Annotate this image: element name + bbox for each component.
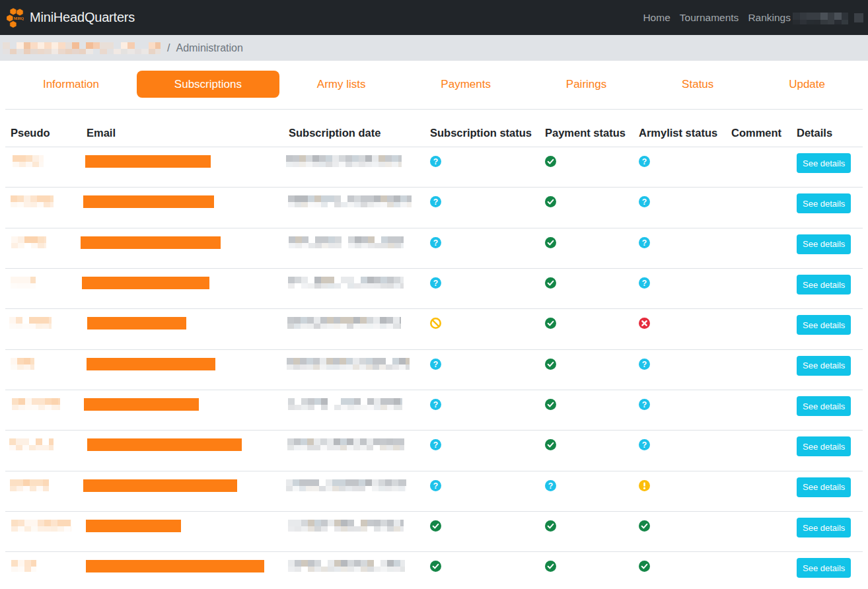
cell-comment [726, 390, 791, 431]
cell-armylist-status [633, 471, 726, 511]
question-mark-icon: ? [639, 196, 650, 207]
redacted-email-bar [85, 155, 211, 168]
cell-payment-status [540, 349, 633, 390]
question-mark-icon: ? [430, 196, 441, 207]
cell-comment [726, 228, 791, 268]
cell-comment [726, 349, 791, 390]
tab-payments[interactable]: Payments [403, 71, 528, 98]
svg-text:?: ? [548, 481, 553, 490]
cell-details: See details [791, 188, 863, 228]
breadcrumb-active: Administration [176, 42, 242, 54]
see-details-button[interactable]: See details [797, 356, 851, 376]
cell-details: See details [791, 309, 863, 349]
question-mark-icon: ? [639, 156, 650, 167]
see-details-button[interactable]: See details [797, 234, 851, 254]
caret-down-icon [854, 13, 863, 22]
redacted-email-bar [82, 277, 209, 289]
see-details-button[interactable]: See details [797, 396, 851, 416]
tab-subscriptions[interactable]: Subscriptions [137, 71, 279, 98]
question-mark-icon: ? [639, 399, 650, 410]
cell-armylist-status: ? [633, 390, 726, 431]
cell-email-redacted [79, 269, 283, 309]
cell-armylist-status: ? [633, 431, 726, 471]
check-circle-icon [545, 520, 556, 532]
tab-pairings[interactable]: Pairings [528, 71, 644, 98]
redacted-email-bar [81, 236, 221, 249]
cell-email-redacted [79, 471, 283, 511]
mhq-logo-icon: MHQ [7, 8, 24, 28]
question-mark-icon: ? [430, 399, 441, 410]
cell-email-redacted [79, 147, 283, 188]
ban-icon [430, 318, 441, 329]
redacted-email-bar [86, 520, 181, 532]
cell-details: See details [791, 269, 863, 309]
cell-comment [726, 431, 791, 471]
cell-subscription-status [425, 552, 540, 589]
redacted-email-bar [83, 479, 237, 492]
table-row: ? ?See details [5, 147, 863, 188]
cell-comment [726, 552, 791, 589]
table-row: ? ?See details [5, 349, 863, 390]
table-row: See details [5, 552, 863, 589]
nav-link-tournaments[interactable]: Tournaments [675, 9, 744, 26]
col-header-payment-status: Payment status [540, 119, 633, 147]
user-menu[interactable] [793, 11, 863, 24]
cell-payment-status: ? [540, 471, 633, 511]
nav-link-home[interactable]: Home [638, 9, 674, 26]
check-circle-icon [639, 520, 650, 532]
see-details-button[interactable]: See details [797, 193, 851, 213]
question-mark-icon: ? [430, 277, 441, 289]
cell-armylist-status: ? [633, 349, 726, 390]
cell-email-redacted [79, 552, 283, 589]
see-details-button[interactable]: See details [797, 518, 851, 537]
check-circle-icon [545, 399, 556, 410]
cell-email-redacted [79, 309, 283, 349]
cell-details: See details [791, 228, 863, 268]
see-details-button[interactable]: See details [797, 315, 851, 335]
cell-armylist-status [633, 309, 726, 349]
question-mark-icon: ? [639, 237, 650, 248]
col-header-email: Email [79, 119, 283, 147]
col-header-comment: Comment [726, 119, 791, 147]
cell-pseudo-redacted [5, 309, 79, 349]
cell-details: See details [791, 471, 863, 511]
tab-army-lists[interactable]: Army lists [279, 71, 404, 98]
question-mark-icon: ? [545, 480, 556, 491]
cell-payment-status [540, 309, 633, 349]
question-mark-icon: ? [430, 359, 441, 370]
col-header-armylist-status: Armylist status [633, 119, 726, 147]
cell-subscription-status: ? [425, 228, 540, 268]
brand-link[interactable]: MHQ MiniHeadQuarters [7, 8, 135, 28]
cell-subscription-date-redacted [283, 228, 425, 268]
subscriptions-table: Pseudo Email Subscription date Subscript… [5, 119, 863, 589]
see-details-button[interactable]: See details [797, 275, 851, 294]
tab-update[interactable]: Update [751, 71, 863, 98]
cell-payment-status [540, 228, 633, 268]
cell-subscription-status: ? [425, 147, 540, 188]
svg-text:?: ? [642, 197, 647, 207]
svg-text:?: ? [642, 359, 647, 368]
col-header-subscription-status: Subscription status [425, 119, 540, 147]
check-circle-icon [545, 561, 556, 572]
cell-payment-status [540, 431, 633, 471]
see-details-button[interactable]: See details [797, 558, 851, 578]
see-details-button[interactable]: See details [797, 153, 851, 173]
cell-subscription-date-redacted [283, 552, 425, 589]
redacted-tournament-crumb[interactable] [3, 42, 161, 54]
cell-email-redacted [79, 228, 283, 268]
cell-pseudo-redacted [5, 431, 79, 471]
cell-comment [726, 309, 791, 349]
check-circle-icon [430, 520, 441, 532]
svg-text:?: ? [433, 157, 438, 166]
col-header-pseudo: Pseudo [5, 119, 79, 147]
svg-text:?: ? [433, 359, 438, 368]
nav-link-rankings[interactable]: Rankings [743, 9, 795, 26]
tab-information[interactable]: Information [5, 71, 137, 98]
redacted-email-bar [84, 398, 199, 411]
see-details-button[interactable]: See details [797, 436, 851, 456]
tab-status[interactable]: Status [644, 71, 751, 98]
cell-pseudo-redacted [5, 188, 79, 228]
see-details-button[interactable]: See details [797, 477, 851, 497]
cell-pseudo-redacted [5, 147, 79, 188]
cell-subscription-status: ? [425, 471, 540, 511]
